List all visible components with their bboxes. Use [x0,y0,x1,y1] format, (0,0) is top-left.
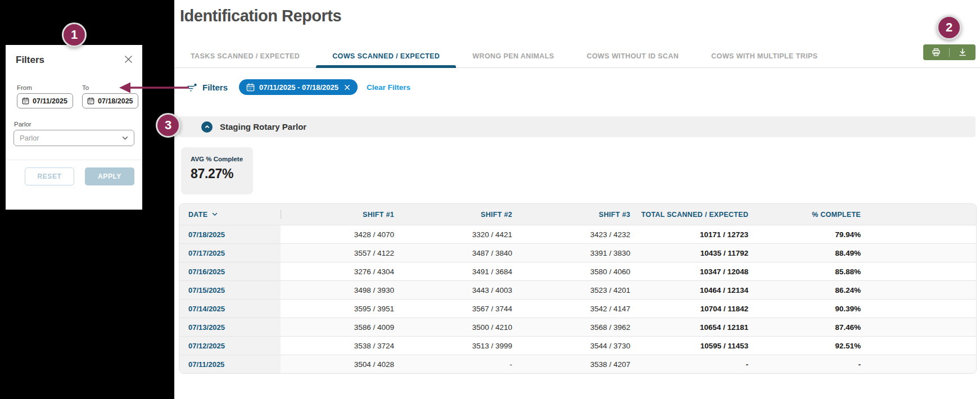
filter-bar-label: Filters [202,83,228,92]
total-cell: - [640,355,758,373]
tab-wrong-pen-animals[interactable]: WRONG PEN ANIMALS [456,52,570,67]
table-row: 07/18/20253428 / 40703320 / 44213423 / 4… [179,225,976,243]
column-header-shift3[interactable]: SHIFT #3 [522,211,640,219]
table-row: 07/16/20253276 / 43043491 / 36843580 / 4… [179,262,976,280]
date-link[interactable]: 07/15/2025 [179,281,281,299]
clear-filters-link[interactable]: Clear Filters [367,83,410,92]
parlor-select-placeholder: Parlor [20,134,39,142]
main-content: Identification Reports TASKS SCANNED / E… [174,0,980,399]
date-link[interactable]: 07/14/2025 [179,300,281,318]
date-range-chip[interactable]: 07/11/2025 - 07/18/2025 [239,79,358,95]
shift2-cell: 3487 / 3840 [404,244,522,262]
total-cell: 10435 / 11792 [640,244,758,262]
panel-divider [6,160,142,160]
tab-cows-scanned-expected[interactable]: COWS SCANNED / EXPECTED [316,52,456,67]
date-link[interactable]: 07/12/2025 [179,337,281,355]
parlor-label: Parlor [14,121,31,128]
shift1-cell: 3595 / 3951 [281,300,404,318]
percent-complete-cell: 92.51% [758,337,871,355]
shift1-cell: 3498 / 3930 [281,281,404,299]
parlor-select[interactable]: Parlor [13,130,134,146]
annotation-badge-2: 2 [937,15,961,40]
sort-chevron-icon [212,212,218,216]
tab-bar: TASKS SCANNED / EXPECTEDCOWS SCANNED / E… [174,43,980,68]
shift1-cell: 3428 / 4070 [281,225,404,243]
total-cell: 10595 / 11453 [640,337,758,355]
total-cell: 10704 / 11842 [640,300,758,318]
apply-button[interactable]: APPLY [85,167,134,185]
chevron-down-icon [122,136,128,140]
to-date-input[interactable]: 07/18/2025 [82,93,138,108]
row-spacer [871,244,976,262]
table-row: 07/11/20253504 / 4028-3538 / 4207-- [179,355,976,373]
from-label: From [17,84,32,91]
table-row: 07/13/20253586 / 40093500 / 42103568 / 3… [179,318,976,336]
date-link[interactable]: 07/13/2025 [179,318,281,336]
calendar-icon [22,97,29,105]
total-cell: 10347 / 12048 [640,262,758,280]
parlor-section-header[interactable]: Staging Rotary Parlor [179,116,976,137]
shift1-cell: 3538 / 3724 [281,337,404,355]
shift3-cell: 3568 / 3962 [522,318,640,336]
column-header-shift1[interactable]: SHIFT #1 [281,211,404,219]
from-date-input[interactable]: 07/11/2025 [17,93,73,108]
printer-icon [932,48,941,57]
shift2-cell: - [404,355,522,373]
table-row: 07/12/20253538 / 37243513 / 39993544 / 3… [179,336,976,355]
download-button[interactable] [950,44,976,60]
shift2-cell: 3567 / 3744 [404,300,522,318]
total-cell: 10654 / 12181 [640,318,758,336]
column-header-total[interactable]: TOTAL SCANNED / EXPECTED [640,211,758,219]
percent-complete-cell: 79.94% [758,225,871,243]
download-icon [958,48,967,57]
table-row: 07/15/20253498 / 39303443 / 40033523 / 4… [179,280,976,299]
collapse-section-button[interactable] [201,121,213,133]
annotation-badge-3: 3 [156,113,180,138]
table-header-row: DATE SHIFT #1 SHIFT #2 SHIFT #3 TOTAL SC… [179,204,976,225]
percent-complete-cell: 90.39% [758,300,871,318]
percent-complete-cell: 85.88% [758,262,871,280]
page-title: Identification Reports [180,7,341,25]
shift3-cell: 3542 / 4147 [522,300,640,318]
table-row: 07/14/20253595 / 39513567 / 37443542 / 4… [179,299,976,318]
reset-button[interactable]: RESET [25,167,74,185]
date-range-chip-label: 07/11/2025 - 07/18/2025 [259,83,338,92]
date-link[interactable]: 07/18/2025 [179,225,281,243]
percent-complete-cell: - [758,355,871,373]
filters-panel: Filters From 07/11/2025 To [6,45,142,210]
calendar-icon [246,83,255,92]
column-header-complete[interactable]: % COMPLETE [758,211,871,219]
total-cell: 10171 / 12723 [640,225,758,243]
chevron-up-icon [204,124,210,130]
total-cell: 10464 / 12134 [640,281,758,299]
chip-close-icon[interactable] [344,84,350,90]
table-body: 07/18/20253428 / 40703320 / 44213423 / 4… [179,225,976,373]
print-button[interactable] [923,44,949,60]
date-link[interactable]: 07/11/2025 [179,355,281,373]
annotation-arrow [117,80,191,95]
date-link[interactable]: 07/17/2025 [179,244,281,262]
header-column-divider [281,210,281,219]
row-spacer [871,225,976,243]
shift2-cell: 3443 / 4003 [404,281,522,299]
date-link[interactable]: 07/16/2025 [179,262,281,280]
shift2-cell: 3320 / 4421 [404,225,522,243]
shift3-cell: 3423 / 4232 [522,225,640,243]
tab-cows-without-id-scan[interactable]: COWS WITHOUT ID SCAN [571,52,696,67]
column-header-date[interactable]: DATE [179,211,281,219]
column-header-shift2[interactable]: SHIFT #2 [404,211,522,219]
shift2-cell: 3491 / 3684 [404,262,522,280]
shift3-cell: 3391 / 3830 [522,244,640,262]
close-icon[interactable] [123,53,134,65]
section-title: Staging Rotary Parlor [220,122,306,132]
page-root: Identification Reports TASKS SCANNED / E… [0,0,980,399]
tab-tasks-scanned-expected[interactable]: TASKS SCANNED / EXPECTED [174,52,316,67]
row-spacer [871,300,976,318]
row-spacer [871,355,976,373]
tab-cows-with-multiple-trips[interactable]: COWS WITH MULTIPLE TRIPS [695,52,834,67]
avg-complete-value: 87.27% [191,166,253,182]
avg-complete-label: AVG % Complete [191,156,253,162]
row-spacer [871,262,976,280]
row-spacer [871,318,976,336]
shift1-cell: 3504 / 4028 [281,355,404,373]
